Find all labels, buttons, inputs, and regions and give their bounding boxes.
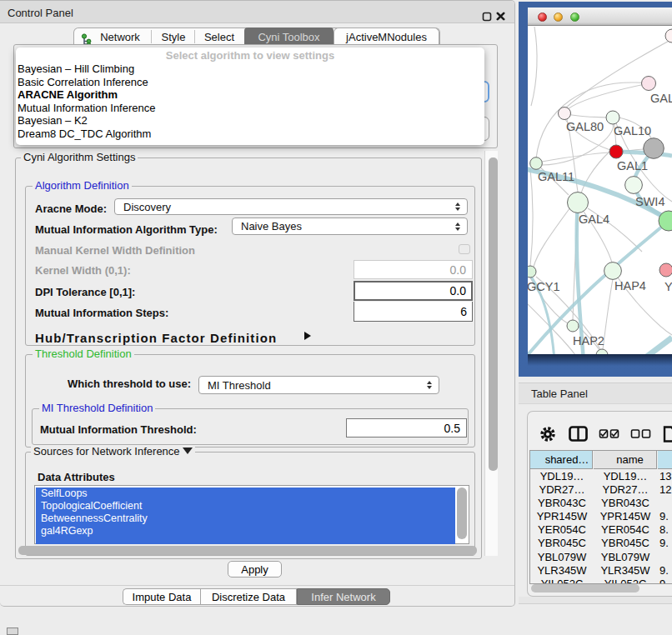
svg-text:GAL80: GAL80	[566, 120, 604, 133]
svg-text:HAP4: HAP4	[614, 279, 646, 292]
svg-text:GAL11: GAL11	[538, 170, 574, 183]
svg-text:HAP2: HAP2	[573, 334, 604, 348]
svg-text:GAL7: GAL7	[650, 92, 672, 105]
svg-text:GAL10: GAL10	[614, 124, 651, 138]
svg-text:GAL1: GAL1	[617, 159, 648, 172]
svg-text:GCY1: GCY1	[528, 280, 560, 293]
svg-text:SWI4: SWI4	[635, 195, 664, 208]
svg-text:GAL4: GAL4	[579, 212, 609, 226]
svg-text:YB: YB	[664, 280, 672, 293]
